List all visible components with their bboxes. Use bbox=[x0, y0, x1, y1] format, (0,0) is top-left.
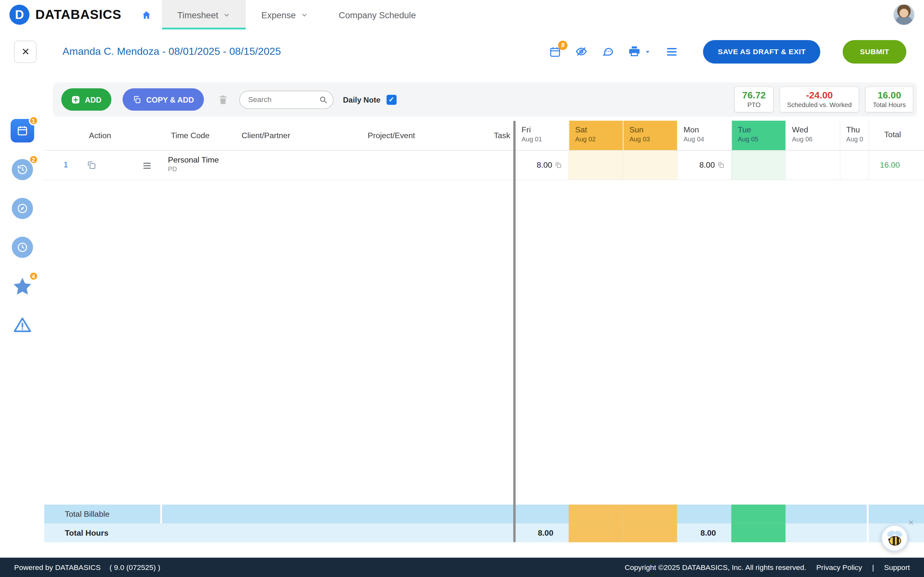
page-title: Amanda C. Mendoza - 08/01/2025 - 08/15/2… bbox=[63, 45, 281, 58]
sidebar-item-history[interactable]: 2 bbox=[10, 158, 34, 181]
hours-value: 8.00 bbox=[699, 161, 715, 169]
row-menu-icon[interactable] bbox=[142, 161, 153, 170]
stat-pto: 76.72 PTO bbox=[734, 87, 773, 113]
col-header-client-partner: Client/Partner bbox=[242, 131, 290, 140]
day-header-sat: Sat Aug 02 bbox=[569, 121, 623, 150]
hours-cell-tue[interactable] bbox=[731, 151, 785, 179]
day-headers: Fri Aug 01 Sat Aug 02 Sun Aug 03 Mon Aug… bbox=[515, 121, 923, 150]
tab-company-schedule[interactable]: Company Schedule bbox=[323, 0, 431, 29]
day-header-wed: Wed Aug 06 bbox=[785, 121, 840, 150]
total-hours-label: Total Hours bbox=[65, 528, 108, 537]
top-nav: D DATABASICS Timesheet Expense Company S… bbox=[0, 0, 924, 29]
billable-cell-tue bbox=[731, 504, 785, 524]
home-icon[interactable] bbox=[142, 10, 152, 19]
close-button[interactable] bbox=[14, 40, 37, 63]
time-code-name: Personal Time bbox=[168, 155, 219, 164]
chevron-down-icon bbox=[300, 11, 308, 19]
billable-cell-thu bbox=[840, 504, 867, 524]
row-number-link[interactable]: 1 bbox=[63, 160, 68, 169]
tab-label: Timesheet bbox=[178, 10, 218, 19]
chevron-down-icon bbox=[223, 11, 231, 19]
billable-cell-wed bbox=[785, 504, 840, 524]
time-code-cell[interactable]: Personal Time PD bbox=[168, 155, 219, 172]
search-box bbox=[239, 90, 334, 109]
warning-icon bbox=[13, 316, 31, 334]
hours-cell-thu[interactable] bbox=[840, 151, 867, 179]
stat-value: 76.72 bbox=[742, 90, 766, 101]
copy-add-button-label: COPY & ADD bbox=[146, 95, 194, 104]
copyright: Copyright ©2025 DATABASICS, Inc. All rig… bbox=[625, 563, 806, 572]
add-button-label: ADD bbox=[85, 95, 102, 104]
bee-mascot-icon[interactable] bbox=[881, 525, 908, 552]
version: ( 9.0 (072525) ) bbox=[110, 563, 160, 572]
row-day-cells: 8.00 8.00 16.00 bbox=[515, 151, 923, 179]
summary-stats: 76.72 PTO -24.00 Scheduled vs. Worked 16… bbox=[734, 87, 913, 113]
row-total-value: 16.00 bbox=[880, 161, 900, 169]
hide-lines-icon[interactable] bbox=[575, 45, 588, 58]
delete-icon[interactable] bbox=[218, 94, 229, 105]
footer-divider: | bbox=[872, 563, 874, 572]
menu-icon[interactable] bbox=[666, 45, 678, 58]
support-link[interactable]: Support bbox=[884, 563, 910, 572]
comments-icon[interactable] bbox=[602, 45, 614, 58]
submit-button[interactable]: SUBMIT bbox=[843, 40, 906, 63]
sidebar-badge: 4 bbox=[29, 271, 38, 281]
plus-icon bbox=[71, 95, 80, 104]
stat-label: PTO bbox=[742, 101, 766, 108]
hours-cell-sat[interactable] bbox=[569, 151, 623, 179]
header-actions: 8 bbox=[549, 45, 678, 58]
timesheet-header: Amanda C. Mendoza - 08/01/2025 - 08/15/2… bbox=[0, 29, 924, 74]
add-button[interactable]: ADD bbox=[61, 89, 111, 111]
period-calendar-icon[interactable]: 8 bbox=[549, 45, 561, 57]
save-draft-button[interactable]: SAVE AS DRAFT & EXIT bbox=[703, 40, 821, 63]
sidebar-item-timesheet[interactable]: 1 bbox=[10, 119, 34, 142]
hours-cell-wed[interactable] bbox=[785, 151, 840, 179]
sidebar-item-browse[interactable] bbox=[10, 197, 34, 219]
hours-cell-fri[interactable]: 8.00 bbox=[515, 151, 569, 179]
time-code-abbr: PD bbox=[168, 165, 219, 172]
sidebar-item-alerts[interactable] bbox=[10, 314, 34, 336]
sidebar-item-time[interactable] bbox=[10, 236, 34, 259]
total-billable-row: Total Billable bbox=[44, 504, 924, 524]
stat-scheduled-vs-worked: -24.00 Scheduled vs. Worked bbox=[779, 87, 859, 113]
cell-note-icon bbox=[555, 162, 561, 168]
powered-by: Powered by DATABASICS bbox=[14, 563, 101, 572]
col-header-time-code: Time Code bbox=[171, 131, 210, 140]
privacy-policy-link[interactable]: Privacy Policy bbox=[816, 563, 862, 572]
table-header: Action Time Code Client/Partner Project/… bbox=[44, 121, 924, 151]
hours-cell-mon[interactable]: 8.00 bbox=[677, 151, 731, 179]
stat-label: Total Hours bbox=[873, 101, 906, 108]
copy-icon bbox=[133, 95, 142, 104]
day-header-thu: Thu Aug 0 bbox=[840, 121, 867, 150]
tab-label: Company Schedule bbox=[339, 10, 416, 19]
hours-total-wed bbox=[785, 524, 840, 542]
day-header-fri: Fri Aug 01 bbox=[515, 121, 569, 150]
brand[interactable]: D DATABASICS bbox=[9, 5, 121, 25]
chat-widget-close-icon[interactable]: ✕ bbox=[908, 519, 914, 527]
sidebar-item-favorites[interactable]: 4 bbox=[10, 275, 34, 298]
stat-total-hours: 16.00 Total Hours bbox=[865, 87, 913, 113]
tab-timesheet[interactable]: Timesheet bbox=[162, 0, 246, 29]
row-note-icon[interactable] bbox=[87, 160, 97, 170]
search-icon bbox=[319, 95, 328, 104]
stat-label: Scheduled vs. Worked bbox=[787, 101, 852, 108]
copy-add-button[interactable]: COPY & ADD bbox=[123, 89, 204, 111]
column-splitter[interactable] bbox=[513, 121, 515, 542]
total-billable-label: Total Billable bbox=[65, 510, 110, 519]
label-separator bbox=[160, 504, 162, 524]
billable-cell-sat bbox=[569, 504, 623, 524]
col-header-action: Action bbox=[89, 131, 111, 140]
user-avatar[interactable] bbox=[893, 4, 914, 25]
billable-total-cell bbox=[869, 504, 923, 524]
billable-cell-fri bbox=[515, 504, 569, 524]
hours-cell-sun[interactable] bbox=[623, 151, 677, 179]
hours-total-sun bbox=[623, 524, 677, 542]
left-sidebar: 1 2 4 bbox=[0, 74, 44, 558]
tab-expense[interactable]: Expense bbox=[246, 0, 323, 29]
daily-note-checkbox[interactable]: ✓ bbox=[386, 95, 396, 105]
print-icon[interactable] bbox=[628, 45, 651, 58]
hours-total-fri: 8.00 bbox=[515, 524, 569, 542]
chat-widget: ✕ bbox=[881, 525, 912, 556]
hours-total-sat bbox=[569, 524, 623, 542]
col-header-task: Task bbox=[494, 131, 510, 140]
